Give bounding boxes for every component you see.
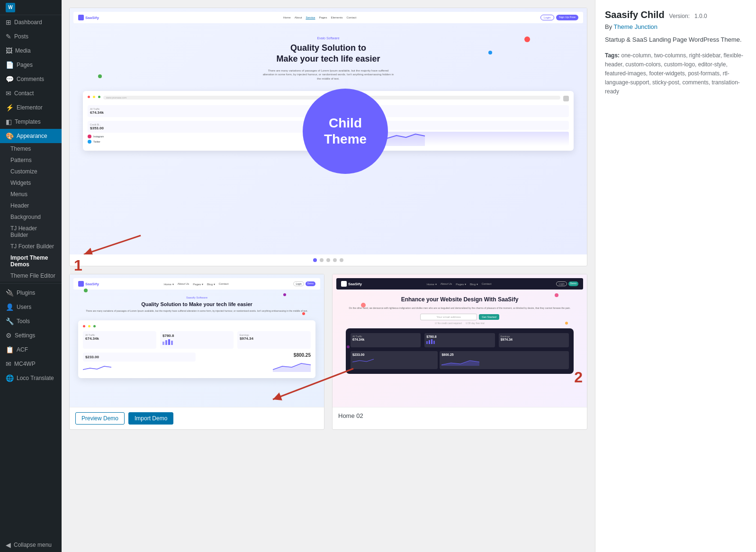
sidebar-subitem-patterns[interactable]: Patterns <box>0 154 62 166</box>
sidebar-item-loco-translate[interactable]: 🌐 Loco Translate <box>0 371 62 385</box>
sidebar-item-media[interactable]: 🖼 Media <box>0 44 62 58</box>
posts-icon: ✎ <box>6 33 11 40</box>
sidebar-item-posts[interactable]: ✎ Posts <box>0 29 62 44</box>
sidebar-subitem-header[interactable]: Header <box>0 200 62 211</box>
mock-hero: Evalo Software Quality Solution toMake y… <box>73 27 583 91</box>
sidebar-item-label: ACF <box>17 346 28 353</box>
sidebar-item-users[interactable]: 👤 Users <box>0 300 62 314</box>
sidebar-subitem-tj-footer-builder[interactable]: TJ Footer Builder <box>0 241 62 252</box>
loco-translate-icon: 🌐 <box>6 374 14 382</box>
sidebar-brand: W <box>0 0 62 15</box>
sidebar-item-plugins[interactable]: 🔌 Plugins <box>0 286 62 300</box>
demo-trial-info: ☑ No credit card required ☑ 30 day free … <box>346 322 574 325</box>
pagination-dot-0[interactable] <box>313 258 317 262</box>
mini-links-1: Home ▾ About Us Pages ▾ Blog ▾ Contact <box>164 282 228 286</box>
email-input-mock: Your email address <box>420 314 477 320</box>
sidebar-item-elementor[interactable]: ⚡ Elementor <box>0 100 62 115</box>
social-instagram: Instagram Today, 10.9k <box>88 135 326 138</box>
sidebar-item-acf[interactable]: 📋 ACF <box>0 343 62 357</box>
sidebar-item-label: Loco Translate <box>17 375 54 381</box>
demo-card-2-preview: SaaSify Home ▾ About Us Pages ▾ Blog ▾ C… <box>333 274 587 407</box>
tags-content: one-column, two-columns, right-sidebar, … <box>605 52 743 95</box>
nav-pages: Pages <box>319 16 327 19</box>
stat-credit: Credit Bi... $353.00 <box>88 121 326 133</box>
pagination-dot-3[interactable] <box>333 258 337 262</box>
by-label: By <box>605 23 612 30</box>
sidebar-item-pages[interactable]: 📄 Pages <box>0 58 62 72</box>
sidebar-subitem-background[interactable]: Background <box>0 211 62 223</box>
pagination-dot-2[interactable] <box>326 258 330 262</box>
mini-logo-icon-2 <box>341 281 347 287</box>
sidebar-item-label: Posts <box>14 33 28 40</box>
sidebar-item-label: Pages <box>17 62 33 68</box>
sidebar-subitem-customize[interactable]: Customize <box>0 166 62 177</box>
mini-chart-bars <box>162 338 177 345</box>
sidebar-item-label: Comments <box>17 76 44 82</box>
dot-y <box>88 325 90 327</box>
templates-icon: ◧ <box>6 118 12 126</box>
mini-credit-2: $233.00 <box>351 351 438 369</box>
search-icon-mock <box>563 96 569 101</box>
sidebar-subitem-menus[interactable]: Menus <box>0 189 62 200</box>
elementor-icon: ⚡ <box>6 104 14 111</box>
sidebar-item-appearance[interactable]: 🎨 Appearance <box>0 129 62 143</box>
dot-red <box>88 96 90 98</box>
svg-rect-10 <box>433 341 435 344</box>
tools-icon: 🔧 <box>6 317 14 325</box>
sidebar-item-settings[interactable]: ⚙ Settings <box>0 328 62 343</box>
settings-icon: ⚙ <box>6 332 12 339</box>
mini-bars-2 <box>426 338 438 344</box>
sidebar-item-collapse-menu[interactable]: ◀ Collapse menu <box>0 538 62 552</box>
mini-bottom: $233.00 $800.25 <box>83 353 311 373</box>
mock-logo: SaaSify <box>78 15 99 20</box>
mini-navbar-2: SaaSify Home ▾ About Us Pages ▾ Blog ▾ C… <box>336 278 583 290</box>
sidebar-subitem-widgets[interactable]: Widgets <box>0 177 62 189</box>
svg-line-1 <box>84 235 141 254</box>
mini-logo-2: SaaSify <box>341 281 362 287</box>
sidebar-item-label: Dashboard <box>14 19 42 26</box>
demo-card-2-content: SaaSify Home ▾ About Us Pages ▾ Blog ▾ C… <box>333 274 587 378</box>
theme-author-link[interactable]: Theme Junction <box>614 23 658 30</box>
sidebar-item-templates[interactable]: ◧ Templates <box>0 115 62 129</box>
pagination-dot-1[interactable] <box>320 258 324 262</box>
featured-demo-card: SaaSify Home About Service Pages Element… <box>69 8 587 266</box>
dot-r2 <box>361 303 366 308</box>
sidebar-item-comments[interactable]: 💬 Comments <box>0 72 62 86</box>
pagination-dot-4[interactable] <box>340 258 343 262</box>
users-icon: 👤 <box>6 303 14 311</box>
pagination-dots <box>70 254 587 266</box>
sidebar-item-mc4wp[interactable]: ✉ MC4WP <box>0 357 62 371</box>
theme-version: 1.0.0 <box>694 13 707 19</box>
mini-logo-1: SaaSify <box>78 281 99 287</box>
import-demo-button-1[interactable]: Import Demo <box>128 412 173 425</box>
demo-card-2: SaaSify Home ▾ About Us Pages ▾ Blog ▾ C… <box>332 274 587 430</box>
dot-g1 <box>84 289 88 292</box>
sidebar-subitem-theme-file-editor[interactable]: Theme File Editor <box>0 270 62 281</box>
demo-card-2-name: Home 02 <box>338 412 363 419</box>
dot-pu2 <box>347 345 350 348</box>
mock-login-btn: Login <box>540 15 554 20</box>
svg-rect-3 <box>165 340 167 345</box>
mini-stat2-2: $780.8 <box>424 333 495 347</box>
sidebar-item-contact[interactable]: ✉ Contact <box>0 86 62 100</box>
mc4wp-icon: ✉ <box>6 360 11 368</box>
sidebar-item-label: Appearance <box>17 133 47 139</box>
get-started-btn-mock: Get Started <box>479 314 499 320</box>
theme-info-panel: Saasify Child Version: 1.0.0 By Theme Ju… <box>595 0 756 552</box>
svg-rect-5 <box>171 341 173 345</box>
sidebar-item-label: Templates <box>15 118 41 125</box>
mini-btns-1: Login Demo <box>293 281 315 286</box>
sidebar-item-tools[interactable]: 🔧 Tools <box>0 314 62 328</box>
theme-version-label: Version: <box>669 13 690 19</box>
mini-right: $800.25 <box>198 353 311 373</box>
media-icon: 🖼 <box>6 47 12 54</box>
sidebar-subitem-import-theme-demos[interactable]: Import Theme Demos <box>0 252 62 270</box>
sidebar-subitem-themes[interactable]: Themes <box>0 143 62 154</box>
mock-credit: Credit Bi... $353.00 Instagram Today, 10… <box>88 121 326 146</box>
preview-demo-button-1[interactable]: Preview Demo <box>75 412 125 425</box>
sidebar-item-dashboard[interactable]: ⊞ Dashboard <box>0 15 62 29</box>
sidebar-subitem-tj-header-builder[interactable]: TJ Header Builder <box>0 223 62 241</box>
mini-stats-2: All Traffic 674.34k $780.8 <box>351 333 569 347</box>
mini-btns-2: Login Demo <box>556 281 578 286</box>
svg-rect-9 <box>431 339 432 344</box>
